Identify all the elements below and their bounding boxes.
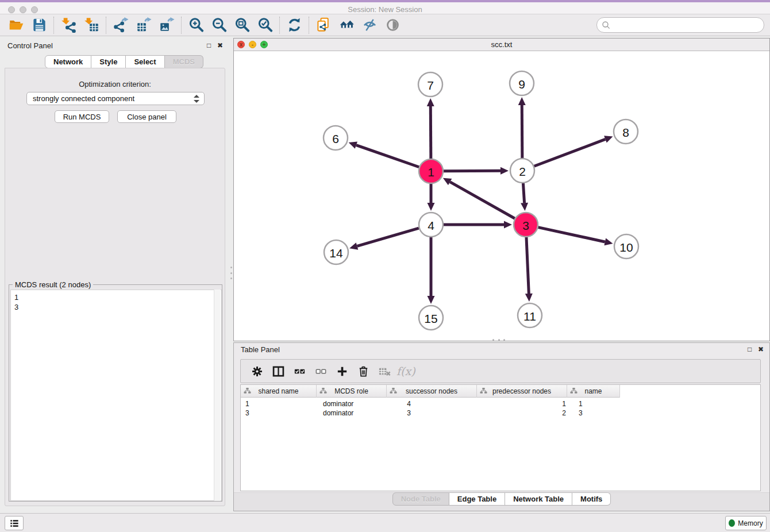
network-graph-canvas[interactable]: 7968124314101511 [234,52,769,341]
edge-2-8[interactable] [534,139,606,166]
network-window-titlebar[interactable]: x - + scc.txt [234,38,769,51]
select-all-rows-button[interactable] [289,361,310,381]
memory-button[interactable]: Memory [725,516,767,530]
edge-arrowhead-2-9 [518,97,526,105]
table-row[interactable]: 1dominator411 [241,399,620,408]
export-network-button[interactable] [109,16,132,34]
cell-MCDS-role[interactable]: dominator [317,408,387,418]
import-table-button[interactable] [80,16,103,34]
zoom-fit-button[interactable] [230,16,253,34]
edge-arrowhead-1-4 [428,203,435,211]
edge-1-6[interactable] [356,145,419,167]
import-network-button[interactable] [57,16,80,34]
mcds-result-list[interactable]: 1 3 [10,290,222,501]
column-header-shared-name[interactable]: shared name [241,385,317,398]
tab-node-table[interactable]: Node Table [392,492,449,506]
cell-MCDS-role[interactable]: dominator [317,399,387,408]
column-visibility-button[interactable] [268,361,289,381]
mcds-result-title: MCDS result (2 nodes) [13,280,93,289]
table-settings-button[interactable] [247,361,268,381]
node-table[interactable]: shared nameMCDS rolesuccessor nodesprede… [240,384,761,491]
cell-successor-nodes[interactable]: 3 [387,408,477,418]
table-tabs: Node TableEdge TableNetwork TableMotifs [234,492,769,506]
zoom-in-button[interactable] [184,16,207,34]
optimization-criterion-select[interactable]: strongly connected component [26,92,205,105]
vertical-splitter-handle[interactable] [230,267,232,279]
edge-arrowhead-1-6 [349,141,357,148]
table-row[interactable]: 3dominator323 [241,408,620,418]
tab-network[interactable]: Network [45,55,91,68]
edge-arrowhead-1-2 [500,167,509,175]
cell-name[interactable]: 1 [567,399,620,408]
table-panel-float-button[interactable]: □ [748,345,752,353]
table-toolbar: f(x) [240,359,761,383]
horizontal-splitter-handle[interactable] [492,339,505,341]
table-panel-title: Table Panel [241,345,280,354]
edge-arrowhead-2-3 [521,203,528,211]
open-session-button[interactable] [5,16,28,34]
column-header-name[interactable]: name [567,385,620,398]
edge-arrowhead-3-10 [604,238,613,246]
refresh-layout-button[interactable] [283,16,306,34]
task-history-button[interactable] [5,516,24,530]
export-image-button[interactable] [155,16,178,34]
show-panel-button[interactable] [381,16,404,34]
export-table-button[interactable] [132,16,155,34]
cell-shared-name[interactable]: 1 [241,399,317,408]
toolbar-separator [279,17,280,34]
close-panel-button[interactable]: Close panel [117,110,176,123]
delete-column-button[interactable] [353,361,374,381]
go-home-button[interactable] [335,16,358,34]
cell-predecessor-nodes[interactable]: 2 [477,408,567,418]
edge-2-3[interactable] [523,183,524,203]
delete-table-button [374,361,395,381]
window-title: Session: New Session [0,5,770,14]
zoom-out-icon [211,17,227,33]
control-panel-header: Control Panel □ ✖ [0,38,231,54]
column-header-successor-nodes[interactable]: successor nodes [387,385,477,398]
graph-node-label-11: 11 [523,310,536,323]
memory-status-icon [729,519,735,527]
deselect-all-rows-button[interactable] [310,361,332,381]
result-scrollbar[interactable] [214,290,221,501]
tab-edge-table[interactable]: Edge Table [449,492,505,506]
task-list-icon [9,518,20,529]
show-panel-icon [385,17,401,33]
zoom-out-button[interactable] [207,16,230,34]
cell-shared-name[interactable]: 3 [241,408,317,418]
column-header-MCDS-role[interactable]: MCDS role [317,385,387,398]
cell-predecessor-nodes[interactable]: 1 [477,399,567,408]
edge-2-9[interactable] [522,105,522,158]
hide-panel-button[interactable] [358,16,381,34]
cell-successor-nodes[interactable]: 4 [387,399,477,408]
run-mcds-button[interactable]: Run MCDS [55,110,109,123]
cell-name[interactable]: 3 [567,408,620,418]
search-icon [601,20,611,30]
search-input[interactable] [596,17,764,33]
tab-network-table[interactable]: Network Table [505,492,572,506]
zoom-selected-button[interactable] [253,16,276,34]
tab-style[interactable]: Style [91,55,126,68]
control-panel-close-button[interactable]: ✖ [217,41,223,49]
save-session-button[interactable] [28,16,51,34]
apply-function-button: f(x) [396,365,415,377]
zoom-fit-icon [234,17,250,33]
optimization-criterion-label: Optimization criterion: [5,80,225,88]
main-toolbar [0,14,770,36]
tab-select[interactable]: Select [126,55,164,68]
optimization-criterion-value: strongly connected component [33,94,134,103]
tab-motifs[interactable]: Motifs [572,492,611,506]
edge-1-7[interactable] [430,106,431,159]
clone-network-button[interactable] [312,16,335,34]
edge-3-1[interactable] [450,182,515,219]
column-header-predecessor-nodes[interactable]: predecessor nodes [477,385,567,398]
toolbar-separator [181,17,182,34]
edge-1-2[interactable] [444,171,500,171]
edge-3-10[interactable] [538,228,605,242]
add-column-button[interactable] [332,361,353,381]
edge-3-11[interactable] [526,237,529,294]
table-panel-close-button[interactable]: ✖ [758,345,764,353]
edge-4-14[interactable] [357,228,418,246]
tab-mcds[interactable]: MCDS [165,55,203,68]
control-panel-float-button[interactable]: □ [207,41,211,49]
